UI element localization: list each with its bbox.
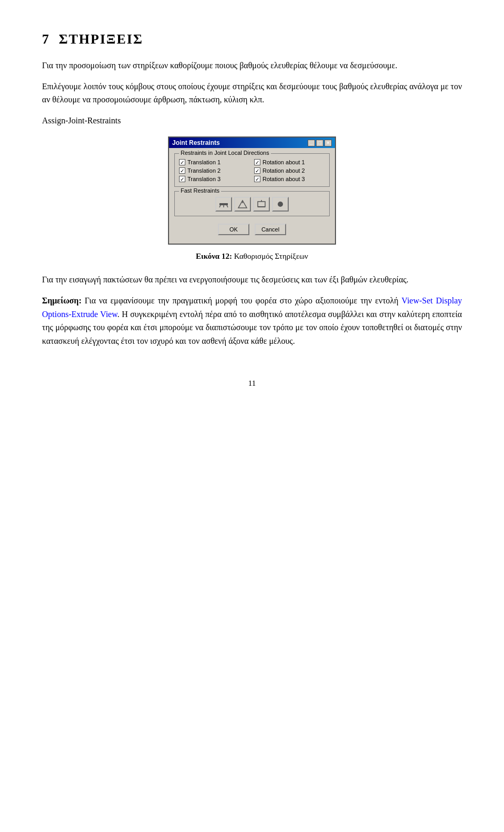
maximize-button[interactable]: □	[316, 140, 323, 146]
svg-rect-0	[219, 203, 228, 205]
close-button[interactable]: ×	[324, 140, 332, 146]
fast-restraints-group: Fast Restraints	[174, 191, 330, 216]
dialog-titlebar: Joint Restraints _ □ ×	[169, 138, 335, 148]
note-text-before-link: Για να εμφανίσουμε την πραγματική μορφή …	[81, 296, 402, 305]
cancel-button[interactable]: Cancel	[255, 224, 286, 235]
restraints-grid: ✓ Translation 1 ✓ Rotation about 1 ✓ Tra…	[179, 159, 325, 182]
checkbox-4-label: Rotation about 1	[262, 159, 305, 165]
fast-icon-3	[256, 199, 267, 209]
svg-rect-6	[258, 202, 265, 207]
svg-line-1	[219, 205, 220, 207]
paragraph-4: Σημείωση: Για να εμφανίσουμε την πραγματ…	[42, 294, 462, 347]
checkbox-1-label: Translation 1	[187, 159, 220, 165]
figure-caption-prefix: Εικόνα 12:	[196, 252, 232, 260]
checkbox-translation-1[interactable]: ✓ Translation 1	[179, 159, 250, 165]
checkbox-2-label: Translation 2	[187, 167, 220, 174]
checkbox-3-label: Translation 3	[187, 176, 220, 182]
assign-joint-restraints-label: Assign-Joint-Restraints	[42, 114, 462, 128]
dialog-title: Joint Restraints	[172, 139, 220, 146]
checkbox-6-label: Rotation about 3	[262, 176, 305, 182]
restraints-group-box: Restraints in Joint Local Directions ✓ T…	[174, 153, 330, 187]
fast-icon-4	[275, 199, 286, 209]
fast-btn-3[interactable]	[253, 197, 270, 212]
dialog-footer: OK Cancel	[174, 222, 330, 238]
checkbox-1[interactable]: ✓	[179, 159, 185, 165]
fast-btn-2[interactable]	[234, 197, 251, 212]
dialog-content: Restraints in Joint Local Directions ✓ T…	[169, 148, 335, 244]
chapter-title: 7 ΣΤΗΡΙΞΕΙΣ	[42, 31, 462, 47]
checkbox-rotation-2[interactable]: ✓ Rotation about 2	[254, 167, 325, 174]
ok-button[interactable]: OK	[218, 224, 249, 235]
joint-restraints-dialog: Joint Restraints _ □ × Restraints in Joi…	[168, 136, 336, 245]
checkbox-4[interactable]: ✓	[254, 159, 260, 165]
fast-restraints-buttons	[179, 197, 325, 212]
svg-point-9	[278, 202, 283, 207]
checkbox-rotation-1[interactable]: ✓ Rotation about 1	[254, 159, 325, 165]
checkbox-5[interactable]: ✓	[254, 167, 260, 174]
checkbox-2[interactable]: ✓	[179, 167, 185, 174]
checkbox-rotation-3[interactable]: ✓ Rotation about 3	[254, 176, 325, 182]
paragraph-2: Επιλέγουμε λοιπόν τους κόμβους στους οπο…	[42, 80, 462, 107]
fast-icon-2	[237, 199, 248, 209]
checkbox-6[interactable]: ✓	[254, 176, 260, 182]
figure-caption: Εικόνα 12: Καθορισμός Στηρίξεων	[42, 250, 462, 262]
checkbox-5-label: Rotation about 2	[262, 167, 305, 174]
checkbox-3[interactable]: ✓	[179, 176, 185, 182]
dialog-titlebar-buttons: _ □ ×	[308, 140, 332, 146]
fast-restraints-title: Fast Restraints	[179, 187, 221, 194]
page-number: 11	[42, 379, 462, 388]
note-label: Σημείωση:	[42, 296, 81, 305]
checkbox-translation-3[interactable]: ✓ Translation 3	[179, 176, 250, 182]
svg-line-3	[227, 205, 228, 207]
fast-icon-1	[218, 199, 229, 209]
paragraph-3: Για την εισαγωγή πακτώσεων θα πρέπει να …	[42, 273, 462, 287]
group-box-title: Restraints in Joint Local Directions	[179, 150, 271, 156]
checkbox-translation-2[interactable]: ✓ Translation 2	[179, 167, 250, 174]
fast-btn-4[interactable]	[272, 197, 289, 212]
paragraph-1: Για την προσομοίωση των στηρίξεων καθορί…	[42, 59, 462, 72]
dialog-image-wrapper: Joint Restraints _ □ × Restraints in Joi…	[42, 136, 462, 245]
minimize-button[interactable]: _	[308, 140, 315, 146]
fast-btn-1[interactable]	[215, 197, 232, 212]
